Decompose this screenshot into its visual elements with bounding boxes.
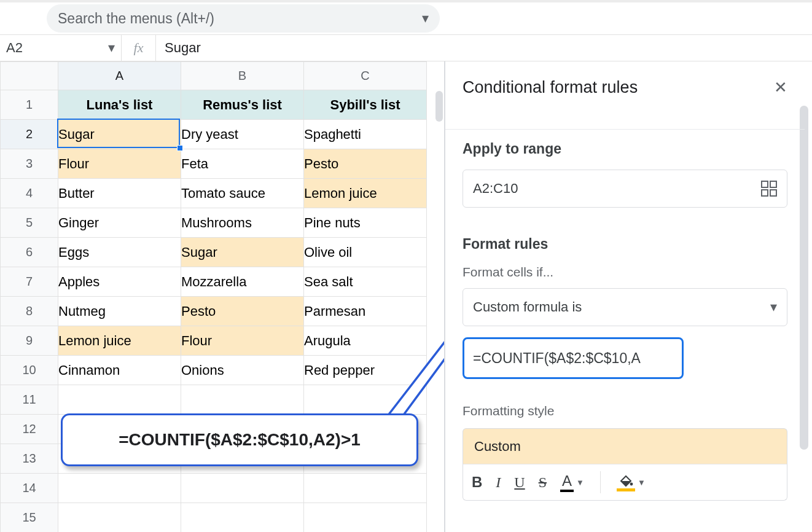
- cell-C8[interactable]: Parmesan: [304, 297, 427, 326]
- text-color-swatch: [560, 490, 574, 492]
- cell-A3[interactable]: Flour: [58, 149, 181, 179]
- menu-search-placeholder: Search the menus (Alt+/): [58, 10, 214, 27]
- style-preview-text: Custom: [474, 439, 521, 455]
- cell-C3[interactable]: Pesto: [304, 149, 427, 179]
- underline-button[interactable]: U: [514, 474, 525, 491]
- cell-B15[interactable]: [181, 503, 304, 533]
- cell-A7[interactable]: Apples: [58, 267, 181, 297]
- formula-callout: =COUNTIF($A$2:$C$10,A2)>1: [61, 413, 418, 466]
- formula-callout-text: =COUNTIF($A$2:$C$10,A2)>1: [119, 430, 361, 450]
- bold-button[interactable]: B: [472, 474, 482, 491]
- name-box-dropdown-icon[interactable]: ▾: [108, 40, 115, 56]
- cell-A6[interactable]: Eggs: [58, 238, 181, 267]
- row-header-8[interactable]: 8: [1, 297, 58, 326]
- cell-C6[interactable]: Olive oil: [304, 238, 427, 267]
- panel-title: Conditional format rules: [463, 78, 774, 97]
- cell-A11[interactable]: [58, 385, 181, 415]
- strikethrough-button[interactable]: S: [539, 474, 547, 491]
- column-header-C[interactable]: C: [304, 62, 427, 90]
- selection-fill-handle[interactable]: [177, 145, 183, 151]
- menu-search-input[interactable]: Search the menus (Alt+/) ▾: [47, 4, 440, 33]
- cell-B4[interactable]: Tomato sauce: [181, 179, 304, 208]
- sheet-vertical-scrollbar[interactable]: [435, 91, 443, 122]
- cell-A8[interactable]: Nutmeg: [58, 297, 181, 326]
- italic-button[interactable]: I: [496, 474, 501, 491]
- cell-C7[interactable]: Sea salt: [304, 267, 427, 297]
- cell-C1[interactable]: Sybill's list: [304, 90, 427, 120]
- style-toolbar: B I U S A ▼: [463, 464, 787, 501]
- cell-A1[interactable]: Luna's list: [58, 90, 181, 120]
- spreadsheet-grid[interactable]: ABC1Luna's listRemus's listSybill's list…: [0, 61, 445, 532]
- cell-B3[interactable]: Feta: [181, 149, 304, 179]
- cell-B11[interactable]: [181, 385, 304, 415]
- fill-color-button[interactable]: ▼: [617, 474, 646, 491]
- cell-C10[interactable]: Red pepper: [304, 356, 427, 385]
- chevron-down-icon[interactable]: ▾: [422, 10, 429, 26]
- row-header-6[interactable]: 6: [1, 238, 58, 267]
- cell-A9[interactable]: Lemon juice: [58, 326, 181, 356]
- cell-C15[interactable]: [304, 503, 427, 533]
- cell-C4[interactable]: Lemon juice: [304, 179, 427, 208]
- chevron-down-icon: ▼: [638, 478, 646, 487]
- cell-A2[interactable]: Sugar: [58, 120, 181, 149]
- row-header-2[interactable]: 2: [1, 120, 58, 149]
- fill-color-swatch: [617, 488, 635, 491]
- row-header-12[interactable]: 12: [1, 415, 58, 444]
- cell-B10[interactable]: Onions: [181, 356, 304, 385]
- cell-A10[interactable]: Cinnamon: [58, 356, 181, 385]
- row-header-1[interactable]: 1: [1, 90, 58, 120]
- formatting-style-label: Formatting style: [463, 404, 787, 418]
- cell-B9[interactable]: Flour: [181, 326, 304, 356]
- row-header-14[interactable]: 14: [1, 474, 58, 503]
- column-header-A[interactable]: A: [58, 62, 181, 90]
- cell-B7[interactable]: Mozzarella: [181, 267, 304, 297]
- cell-C9[interactable]: Arugula: [304, 326, 427, 356]
- cell-B1[interactable]: Remus's list: [181, 90, 304, 120]
- row-header-5[interactable]: 5: [1, 208, 58, 238]
- condition-select[interactable]: Custom formula is ▾: [463, 288, 787, 326]
- column-header-B[interactable]: B: [181, 62, 304, 90]
- cell-A5[interactable]: Ginger: [58, 208, 181, 238]
- format-rules-label: Format rules: [463, 236, 787, 252]
- custom-formula-input[interactable]: =COUNTIF($A$2:$C$10,A: [463, 337, 684, 379]
- cell-C11[interactable]: [304, 385, 427, 415]
- select-all-corner[interactable]: [1, 62, 58, 90]
- style-preview[interactable]: Custom: [463, 428, 787, 464]
- cell-C14[interactable]: [304, 474, 427, 503]
- row-header-9[interactable]: 9: [1, 326, 58, 356]
- apply-to-range-label: Apply to range: [463, 141, 787, 157]
- apply-to-range-input[interactable]: A2:C10: [463, 170, 787, 208]
- close-icon[interactable]: ✕: [774, 78, 787, 97]
- toolbar-separator: [600, 471, 601, 493]
- cell-A14[interactable]: [58, 474, 181, 503]
- cell-A15[interactable]: [58, 503, 181, 533]
- text-color-button[interactable]: A ▼: [560, 472, 584, 492]
- apply-to-range-value: A2:C10: [473, 181, 518, 197]
- custom-formula-value: =COUNTIF($A$2:$C$10,A: [473, 350, 641, 367]
- cell-B2[interactable]: Dry yeast: [181, 120, 304, 149]
- formula-bar-input[interactable]: Sugar: [156, 35, 812, 61]
- row-header-10[interactable]: 10: [1, 356, 58, 385]
- cell-A4[interactable]: Butter: [58, 179, 181, 208]
- row-header-7[interactable]: 7: [1, 267, 58, 297]
- chevron-down-icon: ▾: [770, 299, 777, 315]
- paint-bucket-icon: [619, 474, 633, 487]
- cell-B14[interactable]: [181, 474, 304, 503]
- cell-B6[interactable]: Sugar: [181, 238, 304, 267]
- divider: [445, 129, 805, 130]
- select-range-icon[interactable]: [761, 181, 777, 197]
- row-header-15[interactable]: 15: [1, 503, 58, 533]
- row-header-4[interactable]: 4: [1, 179, 58, 208]
- row-header-13[interactable]: 13: [1, 444, 58, 474]
- cell-C5[interactable]: Pine nuts: [304, 208, 427, 238]
- name-box[interactable]: A2 ▾: [0, 35, 122, 61]
- cell-B8[interactable]: Pesto: [181, 297, 304, 326]
- row-header-11[interactable]: 11: [1, 385, 58, 415]
- chevron-down-icon: ▼: [576, 478, 584, 487]
- cell-B5[interactable]: Mushrooms: [181, 208, 304, 238]
- row-header-3[interactable]: 3: [1, 149, 58, 179]
- svg-point-0: [630, 482, 633, 485]
- cell-C2[interactable]: Spaghetti: [304, 120, 427, 149]
- name-box-value: A2: [6, 40, 23, 56]
- format-cells-if-label: Format cells if...: [463, 265, 787, 280]
